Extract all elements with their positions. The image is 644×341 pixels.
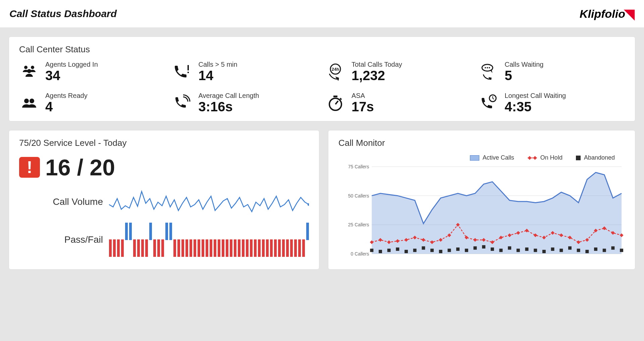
fail-bar — [157, 239, 160, 257]
stat-text: Calls Waiting 5 — [505, 61, 544, 82]
stat-label: ASA — [352, 92, 374, 100]
stopwatch-icon — [325, 93, 345, 113]
stat-value: 4 — [45, 100, 88, 114]
phone-24h-icon — [325, 62, 345, 82]
stat-grid: Agents Logged In 34 Calls > 5 min 14 Tot… — [19, 61, 625, 114]
legend-on-hold: On Hold — [528, 154, 562, 161]
card-title-call-monitor: Call Monitor — [338, 138, 625, 148]
alert-icon: ! — [19, 157, 40, 178]
pass-fail-label: Pass/Fail — [43, 234, 103, 245]
stat-label: Calls > 5 min — [199, 61, 237, 68]
stat-item: Calls Waiting 5 — [479, 61, 625, 82]
stat-value: 5 — [505, 68, 544, 82]
stat-label: Agents Logged In — [45, 61, 98, 68]
agents-icon — [19, 62, 39, 82]
svg-text:0 Callers: 0 Callers — [351, 251, 369, 257]
stat-text: Total Calls Today 1,232 — [352, 61, 402, 82]
svg-rect-41 — [387, 249, 391, 252]
fail-bar — [161, 239, 164, 257]
svg-rect-62 — [568, 246, 572, 250]
fail-bar — [282, 239, 285, 257]
fail-bar — [218, 239, 220, 257]
stat-item: Longest Call Waiting 4:35 — [479, 92, 625, 114]
fail-bar — [278, 239, 281, 257]
legend-swatch-hold-icon — [528, 158, 537, 158]
fail-bar — [290, 239, 293, 257]
svg-rect-47 — [439, 250, 442, 253]
fail-bar — [298, 239, 301, 257]
fail-bar — [214, 239, 216, 257]
stat-label: Total Calls Today — [352, 61, 402, 68]
fail-bar — [173, 239, 176, 257]
stat-text: ASA 17s — [352, 92, 374, 114]
stat-label: Agents Ready — [45, 92, 88, 100]
card-title-status: Call Center Status — [19, 44, 625, 55]
svg-rect-59 — [542, 250, 546, 253]
phone-clock-icon — [479, 93, 499, 113]
fail-bar — [202, 239, 204, 257]
svg-rect-53 — [491, 247, 494, 251]
stat-text: Agents Logged In 34 — [45, 61, 98, 82]
stat-value: 1,232 — [352, 68, 402, 82]
svg-rect-65 — [594, 247, 597, 251]
legend-active-calls: Active Calls — [470, 154, 514, 161]
fail-bar — [117, 239, 120, 257]
fail-bar — [210, 239, 212, 257]
chart-legend: Active Calls On Hold Abandoned — [338, 154, 615, 161]
pass-bar — [306, 223, 309, 240]
svg-rect-68 — [620, 249, 623, 252]
svg-rect-55 — [508, 246, 511, 250]
stat-text: Agents Ready 4 — [45, 92, 88, 114]
stat-text: Average Call Length 3:16s — [199, 92, 259, 114]
call-volume-sparkline — [109, 188, 309, 215]
stat-item: Average Call Length 3:16s — [172, 92, 319, 114]
fail-bar — [181, 239, 184, 257]
svg-rect-45 — [422, 246, 425, 250]
svg-rect-44 — [413, 249, 417, 252]
fail-bar — [113, 239, 116, 257]
fail-bar — [226, 239, 228, 257]
svg-rect-50 — [465, 249, 468, 252]
service-level-big: ! 16 / 20 — [19, 154, 309, 180]
svg-rect-43 — [405, 250, 408, 253]
fail-bar — [206, 239, 208, 257]
stat-label: Average Call Length — [199, 92, 259, 100]
fail-bar — [238, 239, 240, 257]
fail-bar — [109, 239, 112, 257]
fail-bar — [234, 239, 236, 257]
stat-text: Calls > 5 min 14 — [199, 61, 237, 82]
svg-rect-40 — [379, 250, 382, 253]
fail-bar — [270, 239, 273, 257]
legend-abandoned: Abandoned — [576, 154, 615, 161]
stat-item: Agents Ready 4 — [19, 92, 166, 114]
pass-bar — [125, 223, 128, 240]
stat-text: Longest Call Waiting 4:35 — [505, 92, 566, 114]
fail-bar — [222, 239, 224, 257]
svg-rect-60 — [551, 247, 554, 251]
svg-rect-64 — [585, 250, 589, 253]
pass-bar — [129, 223, 132, 240]
stat-value: 4:35 — [505, 100, 566, 114]
fail-bar — [194, 239, 196, 257]
fail-bar — [246, 239, 249, 257]
svg-rect-48 — [447, 249, 451, 252]
stat-value: 3:16s — [199, 100, 259, 114]
brand-tick-icon: ◥ — [624, 6, 635, 21]
svg-rect-67 — [611, 246, 614, 250]
fail-bar — [230, 239, 232, 257]
agents-ready-icon — [19, 93, 39, 113]
svg-rect-63 — [577, 249, 580, 252]
stat-item: ASA 17s — [325, 92, 472, 114]
stat-value: 14 — [199, 68, 237, 82]
pass-fail-bars — [109, 221, 309, 258]
legend-abandoned-label: Abandoned — [584, 154, 615, 161]
fail-bar — [294, 239, 297, 257]
call-center-status-card: Call Center Status Agents Logged In 34 C… — [9, 37, 635, 121]
fail-bar — [185, 239, 188, 257]
dashboard-row: 75/20 Service Level - Today ! 16 / 20 Ca… — [9, 130, 635, 270]
svg-rect-52 — [482, 245, 485, 248]
svg-rect-56 — [517, 249, 520, 252]
fail-bar — [141, 239, 144, 257]
fail-bar — [177, 239, 180, 257]
fail-bar — [250, 239, 253, 257]
